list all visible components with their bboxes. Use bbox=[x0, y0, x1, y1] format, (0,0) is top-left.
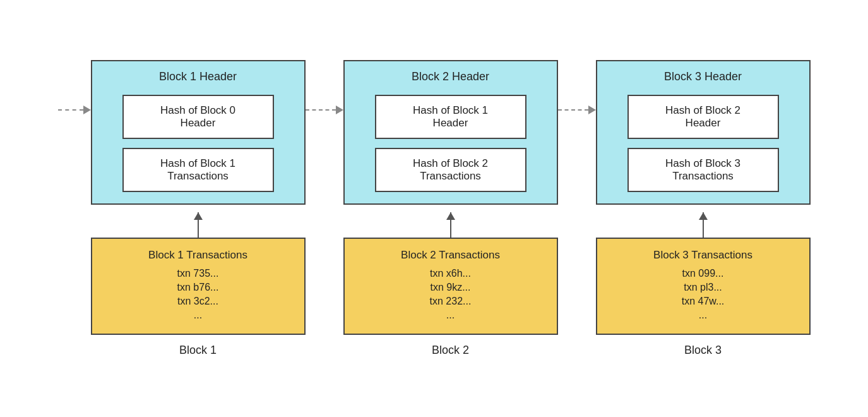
block2-txn-title: Block 2 Transactions bbox=[401, 249, 500, 262]
block2-hash-txn: Hash of Block 2Transactions bbox=[375, 148, 526, 192]
block2-hash-txn-text: Hash of Block 2Transactions bbox=[413, 157, 488, 183]
block2-txn-2: txn 232... bbox=[430, 296, 472, 307]
block3-txn-2: txn 47w... bbox=[682, 296, 725, 307]
arrow-1-2-head bbox=[336, 106, 343, 114]
block3-hash-prev-text: Hash of Block 2Header bbox=[665, 104, 740, 130]
block1-hash-prev-text: Hash of Block 0Header bbox=[160, 104, 235, 130]
entry-arrow-head bbox=[83, 106, 91, 114]
block2-txn-1: txn 9kz... bbox=[430, 282, 470, 293]
block1-header: Block 1 Header Hash of Block 0Header Has… bbox=[91, 60, 306, 205]
block2-up-arrow-line bbox=[450, 212, 451, 238]
block1-label: Block 1 bbox=[179, 344, 217, 357]
arrow-1-2-line bbox=[306, 109, 336, 111]
block3-header-title: Block 3 Header bbox=[664, 70, 742, 83]
block1-hash-txn: Hash of Block 1Transactions bbox=[122, 148, 274, 192]
block3-txn-title: Block 3 Transactions bbox=[653, 249, 752, 262]
block2-header-title: Block 2 Header bbox=[412, 70, 489, 83]
arrow-2-3 bbox=[558, 60, 596, 114]
arrow-2-3-shape bbox=[558, 106, 596, 114]
block3-header: Block 3 Header Hash of Block 2Header Has… bbox=[596, 60, 811, 205]
block1-txn-2: txn 3c2... bbox=[177, 296, 218, 307]
block2-hash-prev-text: Hash of Block 1Header bbox=[413, 104, 488, 130]
block2-txn-0: txn x6h... bbox=[430, 268, 471, 279]
block1-up-arrow-line bbox=[198, 212, 199, 238]
block3-txn-0: txn 099... bbox=[682, 268, 724, 279]
block1-txn-1: txn b76... bbox=[177, 282, 219, 293]
block2-label: Block 2 bbox=[432, 344, 469, 357]
blockchain-diagram: Block 1 Header Hash of Block 0Header Has… bbox=[58, 60, 811, 357]
block-column-3: Block 3 Header Hash of Block 2Header Has… bbox=[596, 60, 811, 357]
block1-up-arrow bbox=[198, 205, 199, 238]
block3-transactions: Block 3 Transactions txn 099... txn pl3.… bbox=[596, 238, 811, 335]
block-column-1: Block 1 Header Hash of Block 0Header Has… bbox=[91, 60, 306, 357]
block3-txn-1: txn pl3... bbox=[684, 282, 722, 293]
block1-up-arrow-head bbox=[194, 212, 203, 220]
block1-transactions: Block 1 Transactions txn 735... txn b76.… bbox=[91, 238, 306, 335]
arrow-2-3-head bbox=[588, 106, 596, 114]
block3-txn-3: ... bbox=[699, 310, 707, 321]
entry-arrow-line bbox=[58, 109, 83, 111]
block2-txn-3: ... bbox=[446, 310, 455, 321]
block1-txn-title: Block 1 Transactions bbox=[148, 249, 247, 262]
block1-hash-txn-text: Hash of Block 1Transactions bbox=[160, 157, 235, 183]
block2-transactions: Block 2 Transactions txn x6h... txn 9kz.… bbox=[343, 238, 558, 335]
block3-up-arrow-line bbox=[703, 212, 704, 238]
block3-label: Block 3 bbox=[684, 344, 722, 357]
block2-header: Block 2 Header Hash of Block 1Header Has… bbox=[343, 60, 558, 205]
block1-txn-0: txn 735... bbox=[177, 268, 219, 279]
arrow-1-2-shape bbox=[306, 106, 343, 114]
arrow-2-3-line bbox=[558, 109, 588, 111]
block3-up-arrow bbox=[703, 205, 704, 238]
block3-hash-txn: Hash of Block 3Transactions bbox=[627, 148, 779, 192]
block1-hash-prev: Hash of Block 0Header bbox=[122, 95, 274, 139]
block3-hash-prev: Hash of Block 2Header bbox=[627, 95, 779, 139]
block3-hash-txn-text: Hash of Block 3Transactions bbox=[665, 157, 740, 183]
block3-up-arrow-head bbox=[699, 212, 708, 220]
arrow-1-2 bbox=[306, 60, 343, 114]
block2-up-arrow bbox=[450, 205, 451, 238]
block-column-2: Block 2 Header Hash of Block 1Header Has… bbox=[343, 60, 558, 357]
entry-arrow bbox=[58, 60, 91, 114]
block2-hash-prev: Hash of Block 1Header bbox=[375, 95, 526, 139]
block1-header-title: Block 1 Header bbox=[159, 70, 237, 83]
block1-txn-3: ... bbox=[194, 310, 202, 321]
block2-up-arrow-head bbox=[446, 212, 455, 220]
